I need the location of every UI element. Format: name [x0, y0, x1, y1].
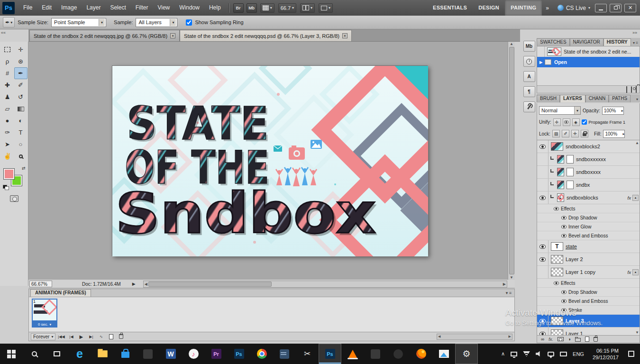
layer-name[interactable]: sndboxxxxxx [576, 156, 606, 162]
new-adjustment-layer-button[interactable]: ◑ [568, 337, 571, 342]
effects-row[interactable]: Effects [537, 204, 640, 213]
new-group-button[interactable] [575, 337, 581, 342]
visibility-toggle[interactable] [537, 166, 549, 178]
file-explorer-button[interactable] [91, 344, 114, 364]
document-tab-psd[interactable]: State of the sndbox 2 edit newqqqq.psd @… [180, 30, 352, 41]
panel-menu-icon[interactable]: ▾ [636, 97, 640, 102]
scrollbar-thumb[interactable] [509, 47, 514, 274]
visibility-toggle[interactable] [559, 290, 568, 294]
scroll-up-icon[interactable]: ▲ [635, 141, 639, 145]
add-layer-mask-button[interactable] [558, 337, 564, 341]
delete-layer-button[interactable] [594, 337, 598, 342]
layer-thumbnail[interactable] [557, 181, 564, 189]
sample-select[interactable]: All Layers ▾ [136, 18, 177, 27]
tab-paths[interactable]: PATHS [609, 95, 631, 102]
workspace-painting[interactable]: PAINTING [505, 0, 542, 16]
opacity-field[interactable]: 100% ▸ [602, 107, 624, 115]
tool-blur[interactable]: ● [1, 115, 14, 127]
previous-frame-button[interactable]: |◀ [67, 333, 75, 340]
tab-navigator[interactable]: NAVIGATOR [570, 38, 603, 46]
close-button[interactable]: ✕ [624, 4, 636, 12]
visibility-toggle[interactable] [537, 140, 549, 153]
taskbar-clock[interactable]: 06:15 PM 29/12/2017 [590, 347, 622, 361]
layer-row[interactable]: sndbx [537, 179, 640, 191]
scroll-left-icon[interactable]: ◀ [145, 282, 147, 286]
layer-name[interactable]: Layer 1 [566, 331, 583, 336]
premiere-app-button[interactable]: Pr [205, 344, 228, 364]
horizontal-scrollbar[interactable]: ◀ ▶ [143, 281, 507, 288]
network-icon[interactable] [511, 352, 517, 356]
layer-row[interactable]: sndboxxxxxx [537, 153, 640, 166]
clone-source-panel-icon[interactable] [523, 56, 535, 67]
play-button[interactable]: ▶ [77, 333, 85, 340]
effect-row[interactable]: Bevel and Emboss [537, 297, 640, 306]
effect-row[interactable]: Inner Glow [537, 222, 640, 231]
loop-mode-dropdown[interactable]: Forever ▾ [31, 333, 55, 340]
layer-row[interactable]: Layer 1 copy fx ▴ [537, 266, 640, 279]
document-tab-jpg[interactable]: State of the sndbox 2 edit newqqqq.jpg @… [29, 30, 180, 41]
launch-minibridge-button[interactable]: Mb [247, 3, 257, 13]
propagate-frame-checkbox[interactable] [582, 119, 587, 125]
animation-scrollbar[interactable]: ◀ ▶ [437, 334, 512, 340]
wifi-icon[interactable] [523, 351, 530, 357]
effect-row[interactable]: Drop Shadow [537, 288, 640, 297]
visibility-toggle[interactable] [551, 207, 561, 211]
visibility-toggle[interactable] [559, 234, 568, 238]
visibility-toggle[interactable] [537, 266, 549, 278]
default-colors-icon[interactable] [3, 185, 9, 190]
visibility-toggle[interactable] [551, 281, 561, 285]
visibility-toggle[interactable] [537, 179, 549, 191]
tool-presets-panel-icon[interactable] [523, 101, 535, 112]
new-layer-button[interactable] [585, 337, 589, 342]
lock-position-button[interactable]: ✛ [571, 130, 579, 137]
collapse-left-icon[interactable]: «« [1, 30, 6, 35]
snipping-tool-button[interactable]: ✂ [296, 344, 319, 364]
tool-hand[interactable]: ✌ [1, 150, 14, 162]
layer-thumbnail[interactable] [557, 155, 564, 164]
photoshop-active-button[interactable]: Ps [319, 344, 341, 364]
delete-frame-button[interactable] [117, 333, 125, 340]
touch-keyboard-icon[interactable] [560, 352, 567, 356]
menu-image[interactable]: Image [56, 0, 82, 16]
blend-mode-select[interactable]: Normal ▾ [539, 106, 581, 115]
scroll-down-icon[interactable]: ▼ [635, 330, 639, 335]
effect-row[interactable]: Stroke [537, 306, 640, 315]
tab-history[interactable]: HISTORY [603, 38, 631, 46]
link-layers-button[interactable]: ∞ [541, 337, 544, 342]
unify-visibility-button[interactable] [563, 118, 570, 126]
duplicate-frame-button[interactable] [107, 333, 115, 340]
layer-thumbnail[interactable] [551, 329, 563, 336]
collapse-panels-icon[interactable]: »» [632, 30, 637, 35]
edge-app-button[interactable]: e [68, 344, 91, 364]
menu-window[interactable]: Window [174, 0, 204, 16]
arrange-documents-dropdown[interactable]: ▾ [300, 3, 315, 13]
tool-history-brush[interactable]: ↺ [14, 91, 27, 103]
scroll-right-icon[interactable]: ▶ [503, 282, 506, 286]
show-sampling-ring-checkbox[interactable] [186, 19, 192, 26]
add-layer-style-button[interactable]: fx. [549, 337, 553, 342]
panel-menu-icon[interactable]: ▾ ≡ [633, 41, 640, 46]
app-button[interactable] [387, 344, 410, 364]
history-brush-source-cell[interactable] [537, 46, 545, 57]
minimize-button[interactable] [595, 4, 607, 12]
menu-filter[interactable]: Filter [131, 0, 153, 16]
word-app-button[interactable]: W [159, 344, 182, 364]
layer-row[interactable]: Layer 1 [537, 328, 640, 336]
task-view-button[interactable] [46, 344, 68, 364]
zoom-percentage-field[interactable]: 66.67% [29, 281, 52, 287]
animation-frames-tab[interactable]: ANIMATION (FRAMES) [30, 289, 91, 297]
launch-bridge-button[interactable]: Br [233, 3, 244, 13]
close-tab-icon[interactable]: ✕ [170, 33, 175, 38]
notes-app-button[interactable] [273, 344, 296, 364]
foreground-color-swatch[interactable] [4, 169, 14, 179]
effect-row[interactable]: Bevel and Emboss [537, 231, 640, 240]
layer-row[interactable]: sndboxblocks2 [537, 140, 640, 153]
visibility-toggle[interactable] [537, 240, 549, 253]
visibility-toggle[interactable] [537, 191, 549, 204]
sample-size-select[interactable]: Point Sample ▾ [51, 18, 106, 27]
menu-edit[interactable]: Edit [37, 0, 56, 16]
workspace-essentials[interactable]: ESSENTIALS [427, 0, 473, 16]
language-indicator[interactable]: ENG [573, 351, 584, 357]
quick-mask-icon[interactable] [10, 195, 18, 202]
tab-swatches[interactable]: SWATCHES [537, 38, 570, 46]
